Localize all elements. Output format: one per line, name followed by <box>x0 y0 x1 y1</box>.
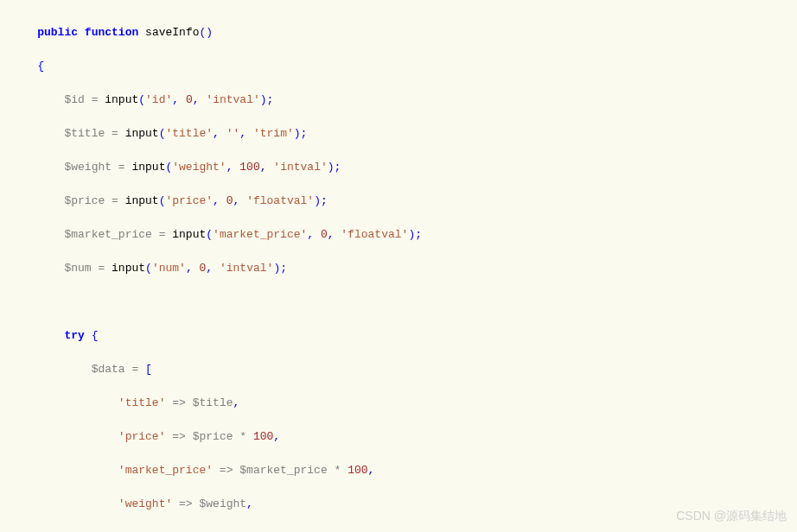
str: 'price' <box>165 194 213 207</box>
var: $title <box>64 127 105 140</box>
num: 0 <box>226 194 233 207</box>
str: 'intval' <box>220 262 273 275</box>
watermark: CSDN @源码集结地 <box>676 507 787 525</box>
keyword-try: try <box>64 329 84 342</box>
str: 'weight' <box>172 161 226 174</box>
var: $weight <box>199 497 246 510</box>
str: 'floatval' <box>341 228 408 241</box>
code-block: public function saveInfo() { $id = input… <box>10 7 787 532</box>
var: $price <box>193 430 233 443</box>
code-line: 'price' => $price * 100, <box>10 428 787 446</box>
code-line: 'market_price' => $market_price * 100, <box>10 462 787 479</box>
code-line: 'title' => $title, <box>10 395 787 412</box>
code-line: 'weight' => $weight, <box>10 496 787 513</box>
code-line: $id = input('id', 0, 'intval'); <box>10 92 787 109</box>
keyword-public: public <box>37 26 78 39</box>
num: 0 <box>186 93 193 106</box>
str: 'intval' <box>206 93 259 106</box>
code-line: $data = [ <box>10 361 787 378</box>
str: 'trim' <box>253 127 294 140</box>
fn-input: input <box>131 161 165 174</box>
code-line: $num = input('num', 0, 'intval'); <box>10 260 787 277</box>
str: 'weight' <box>118 497 172 510</box>
str: 'price' <box>118 430 166 443</box>
str: 'num' <box>152 262 186 275</box>
brace: { <box>10 60 44 73</box>
var: $id <box>64 93 84 106</box>
code-line: try { <box>10 327 787 345</box>
code-line: $market_price = input('market_price', 0,… <box>10 226 787 244</box>
fn-input: input <box>125 194 159 207</box>
var: $price <box>64 194 105 207</box>
keyword-function: function <box>85 26 138 39</box>
str: 'title' <box>118 396 166 409</box>
num: 0 <box>321 228 328 241</box>
str: 'floatval' <box>246 194 314 207</box>
str: 'intval' <box>273 161 327 174</box>
fn-input: input <box>112 262 145 275</box>
num: 100 <box>239 161 259 174</box>
code-line: public function saveInfo() <box>10 24 787 41</box>
var: $num <box>64 262 91 275</box>
num: 100 <box>253 430 273 443</box>
code-line: $weight = input('weight', 100, 'intval')… <box>10 159 787 176</box>
var: $data <box>92 363 125 376</box>
str: 'market_price' <box>213 228 307 241</box>
code-line: $title = input('title', '', 'trim'); <box>10 125 787 142</box>
parens: () <box>200 26 214 39</box>
code-line: $price = input('price', 0, 'floatval'); <box>10 193 787 210</box>
function-name: saveInfo <box>145 26 199 39</box>
var: $title <box>193 396 233 409</box>
fn-input: input <box>105 93 138 106</box>
fn-input: input <box>125 127 159 140</box>
var: $market_price <box>239 464 327 477</box>
code-line: 'num' => $num <box>10 529 787 533</box>
fn-input: input <box>172 228 206 241</box>
code-line <box>10 294 787 311</box>
num: 100 <box>347 464 367 477</box>
var: $market_price <box>64 228 151 241</box>
code-line: { <box>10 58 787 75</box>
str: 'title' <box>165 127 213 140</box>
str: 'market_price' <box>118 464 213 477</box>
str: 'id' <box>145 93 172 106</box>
var: $weight <box>64 161 112 174</box>
str: '' <box>226 127 240 140</box>
